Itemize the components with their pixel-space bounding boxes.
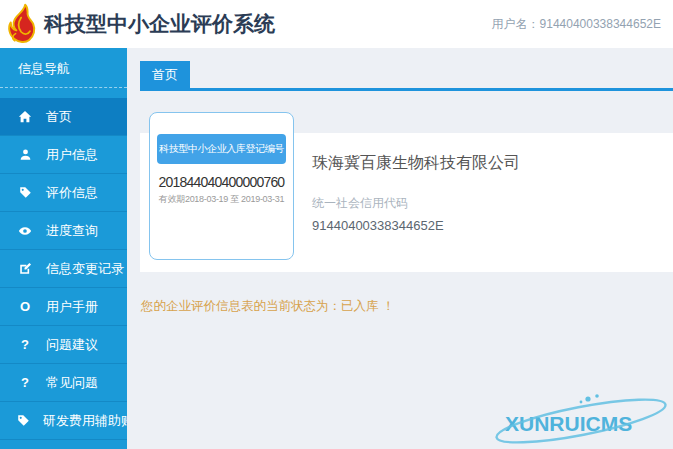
sidebar-item-label: 信息变更记录 xyxy=(46,260,124,278)
sidebar-title: 信息导航 xyxy=(0,48,127,88)
app-title: 科技型中小企业评价系统 xyxy=(44,0,275,48)
user-icon xyxy=(17,148,33,161)
sidebar-item-label: 评价信息 xyxy=(46,184,98,202)
sidebar-item-label: 用户信息 xyxy=(46,146,98,164)
company-info: 珠海冀百康生物科技有限公司 统一社会信用代码 91440400338344652… xyxy=(312,153,520,233)
sidebar-item-progress-query[interactable]: 进度查询 xyxy=(0,212,127,250)
sidebar-item-rd-expense-ledger[interactable]: 研发费用辅助账 xyxy=(0,402,127,440)
sidebar-item-label: 问题建议 xyxy=(46,336,98,354)
sidebar-item-suggestions[interactable]: ? 问题建议 xyxy=(0,326,127,364)
tab-home[interactable]: 首页 xyxy=(140,61,190,88)
sidebar-spacer xyxy=(0,88,127,98)
validity-period: 有效期2018-03-19 至 2019-03-31 xyxy=(150,193,293,206)
sidebar-menu: 首页 用户信息 评价信息 进度查询 信息变更记录 O 用户手册 ? 问题建议 ?… xyxy=(0,98,127,440)
sidebar-item-user-info[interactable]: 用户信息 xyxy=(0,136,127,174)
app-header: 科技型中小企业评价系统 用户名：91440400338344652E xyxy=(0,0,673,48)
sidebar-item-user-manual[interactable]: O 用户手册 xyxy=(0,288,127,326)
tag-icon xyxy=(17,186,33,199)
username-value: 91440400338344652E xyxy=(540,17,661,31)
manual-icon: O xyxy=(17,299,33,314)
sidebar-item-label: 用户手册 xyxy=(46,298,98,316)
sidebar-item-evaluation-info[interactable]: 评价信息 xyxy=(0,174,127,212)
home-icon xyxy=(17,110,33,124)
username-label: 用户名： xyxy=(492,17,540,31)
credit-code-label: 统一社会信用代码 xyxy=(312,195,520,212)
registration-number: 201844040400000760 xyxy=(150,174,293,190)
tag-icon xyxy=(17,414,30,427)
eye-icon xyxy=(17,224,33,238)
question-icon: ? xyxy=(17,337,33,352)
flame-logo-icon xyxy=(6,3,38,45)
main-content: 首页 科技型中小企业入库登记编号 201844040400000760 有效期2… xyxy=(127,48,673,449)
credit-code-value: 91440400338344652E xyxy=(312,218,520,233)
company-name: 珠海冀百康生物科技有限公司 xyxy=(312,153,520,174)
sidebar-item-home[interactable]: 首页 xyxy=(0,98,127,136)
sidebar-item-faq[interactable]: ? 常见问题 xyxy=(0,364,127,402)
sidebar-item-change-records[interactable]: 信息变更记录 xyxy=(0,250,127,288)
question-icon: ? xyxy=(17,375,33,390)
sidebar-item-label: 研发费用辅助账 xyxy=(43,412,134,430)
sidebar-item-label: 常见问题 xyxy=(46,374,98,392)
orbit-ellipse-icon xyxy=(484,390,669,447)
watermark-xunruicms: XUNRUICMS xyxy=(484,390,669,447)
header-username: 用户名：91440400338344652E xyxy=(492,0,661,48)
edit-icon xyxy=(17,262,33,275)
sidebar-nav: 信息导航 首页 用户信息 评价信息 进度查询 信息变更记录 O 用户手册 ? 问… xyxy=(0,48,127,449)
registration-badge: 科技型中小企业入库登记编号 xyxy=(157,134,286,164)
registration-card: 科技型中小企业入库登记编号 201844040400000760 有效期2018… xyxy=(149,112,294,260)
status-message: 您的企业评价信息表的当前状态为：已入库 ！ xyxy=(141,298,394,315)
sidebar-item-label: 首页 xyxy=(46,108,72,126)
sidebar-item-label: 进度查询 xyxy=(46,222,98,240)
tab-underline xyxy=(140,88,673,91)
